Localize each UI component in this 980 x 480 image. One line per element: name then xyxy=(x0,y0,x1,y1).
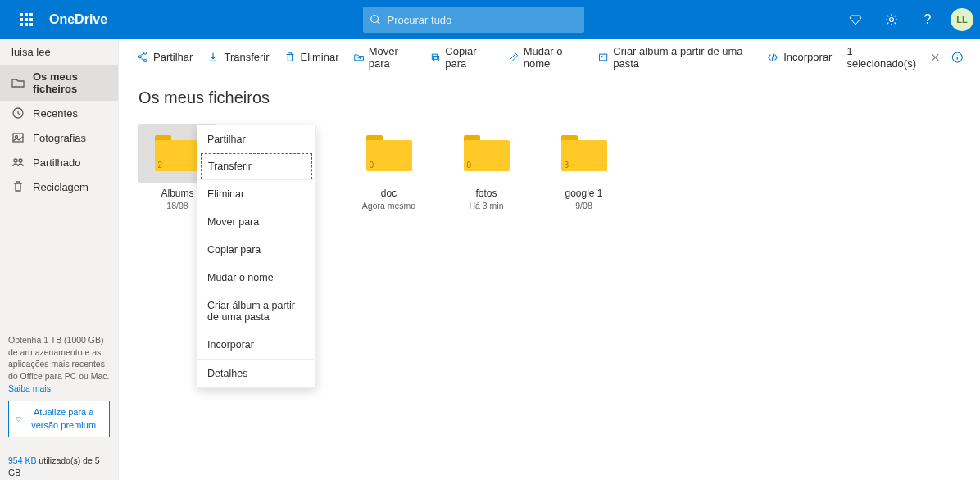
diamond-icon xyxy=(16,414,21,424)
ctx-createalbum[interactable]: Criar álbum a partir de uma pasta xyxy=(197,292,315,331)
search-input[interactable] xyxy=(388,14,578,26)
storage-used-link[interactable]: 954 KB xyxy=(8,455,36,465)
cmd-delete[interactable]: Eliminar xyxy=(284,51,339,63)
folder-name: fotos xyxy=(447,188,525,199)
folder-name: doc xyxy=(350,188,428,199)
ctx-download[interactable]: Transferir xyxy=(201,153,312,179)
ctx-delete[interactable]: Eliminar xyxy=(197,180,315,208)
people-icon xyxy=(11,156,25,169)
cmd-moveto[interactable]: Mover para xyxy=(354,45,416,70)
clock-icon xyxy=(11,106,25,120)
folder-icon: 2 xyxy=(155,135,201,171)
tile-surface: 0 xyxy=(350,124,428,183)
folder-icon: 0 xyxy=(464,135,510,171)
svg-rect-10 xyxy=(600,54,607,61)
upgrade-premium-button[interactable]: Atualize para a versão premium xyxy=(8,401,110,437)
user-avatar[interactable]: LL xyxy=(951,8,973,31)
ctx-moveto[interactable]: Mover para xyxy=(197,208,315,236)
premium-button-label: Atualize para a versão premium xyxy=(25,406,102,432)
folder-date: Há 3 min xyxy=(447,201,525,211)
close-selection-button[interactable] xyxy=(930,52,941,63)
folder-date: Agora mesmo xyxy=(350,201,428,211)
move-icon xyxy=(354,52,364,63)
top-bar: OneDrive ? LL xyxy=(0,0,980,39)
trash-icon xyxy=(11,180,25,193)
folder-icon xyxy=(11,76,25,89)
brand-label: OneDrive xyxy=(49,12,107,27)
ctx-rename[interactable]: Mudar o nome xyxy=(197,264,315,292)
sidebar-item-label: Os meus ficheiros xyxy=(33,70,107,95)
folder-count: 2 xyxy=(158,161,163,170)
folder-tile[interactable]: 0 fotos Há 3 min xyxy=(447,124,525,211)
folder-icon: 3 xyxy=(561,135,607,171)
svg-point-0 xyxy=(370,16,378,23)
share-icon xyxy=(137,52,148,63)
sidebar-item-myfiles[interactable]: Os meus ficheiros xyxy=(0,65,118,101)
learn-more-link[interactable]: Saiba mais. xyxy=(8,383,53,393)
folder-icon: 0 xyxy=(366,135,412,171)
divider xyxy=(8,446,110,446)
context-menu: Partilhar Transferir Eliminar Mover para… xyxy=(197,125,316,388)
trash-icon xyxy=(284,52,296,63)
settings-button[interactable] xyxy=(875,0,908,39)
copy-icon xyxy=(430,52,440,63)
sidebar-item-photos[interactable]: Fotografias xyxy=(0,125,118,150)
sidebar-item-recent[interactable]: Recentes xyxy=(0,101,118,125)
sidebar-item-label: Fotografias xyxy=(33,132,86,144)
folder-count: 0 xyxy=(370,161,374,170)
help-icon: ? xyxy=(924,12,932,27)
svg-rect-9 xyxy=(434,56,439,61)
sidebar-item-recycle[interactable]: Reciclagem xyxy=(0,174,118,199)
cmd-share[interactable]: Partilhar xyxy=(137,51,193,63)
user-label: luisa lee xyxy=(0,39,118,65)
album-icon xyxy=(598,52,608,63)
folder-name: google 1 xyxy=(545,188,623,199)
waffle-icon xyxy=(20,13,33,26)
folder-tile[interactable]: 3 google 1 9/08 xyxy=(545,124,623,211)
sidebar-item-label: Recentes xyxy=(33,107,78,120)
cmd-embed[interactable]: Incorporar xyxy=(767,51,832,63)
gear-icon xyxy=(885,13,898,26)
search-box[interactable] xyxy=(363,7,584,33)
cmdbar-right: 1 selecionado(s) xyxy=(846,45,964,70)
photo-icon xyxy=(11,131,25,144)
sidebar: luisa lee Os meus ficheiros Recentes Fot… xyxy=(0,39,119,480)
app-launcher-button[interactable] xyxy=(7,0,46,39)
command-bar: Partilhar Transferir Eliminar Mover para… xyxy=(0,39,980,75)
folder-date: 9/08 xyxy=(545,201,623,211)
storage-info: 954 KB utilizado(s) de 5 GB xyxy=(8,455,110,478)
tile-surface: 3 xyxy=(545,124,623,183)
svg-point-2 xyxy=(890,18,894,22)
svg-rect-8 xyxy=(432,54,437,59)
ctx-details[interactable]: Detalhes xyxy=(197,360,315,387)
info-button[interactable] xyxy=(951,51,964,64)
cmd-createalbum[interactable]: Criar álbum a partir de uma pasta xyxy=(598,45,752,70)
sidebar-footer: Obtenha 1 TB (1000 GB) de armazenamento … xyxy=(0,324,118,480)
download-icon xyxy=(207,52,219,63)
cmd-copyto[interactable]: Copiar para xyxy=(430,45,493,70)
svg-point-5 xyxy=(16,136,18,138)
folder-count: 0 xyxy=(467,161,472,170)
ctx-copyto[interactable]: Copiar para xyxy=(197,236,315,264)
search-icon xyxy=(370,14,381,25)
help-button[interactable]: ? xyxy=(911,0,944,39)
cmd-download[interactable]: Transferir xyxy=(207,51,269,63)
svg-point-7 xyxy=(19,159,22,162)
promo-text: Obtenha 1 TB (1000 GB) de armazenamento … xyxy=(8,334,110,383)
tile-surface: 0 xyxy=(447,124,525,183)
sidebar-item-label: Reciclagem xyxy=(33,181,88,193)
folder-count: 3 xyxy=(565,161,569,170)
sidebar-item-label: Partilhado xyxy=(33,156,81,169)
folder-tile[interactable]: 0 doc Agora mesmo xyxy=(350,124,428,211)
ctx-embed[interactable]: Incorporar xyxy=(197,331,315,359)
sidebar-item-shared[interactable]: Partilhado xyxy=(0,150,118,174)
selection-count: 1 selecionado(s) xyxy=(846,45,918,70)
svg-line-1 xyxy=(377,22,379,25)
ctx-share[interactable]: Partilhar xyxy=(197,125,315,153)
premium-diamond-button[interactable] xyxy=(839,0,872,39)
embed-icon xyxy=(767,52,778,63)
header-actions: ? LL xyxy=(839,0,973,39)
diamond-icon xyxy=(849,13,862,26)
pencil-icon xyxy=(509,52,519,63)
cmd-rename[interactable]: Mudar o nome xyxy=(509,45,583,70)
